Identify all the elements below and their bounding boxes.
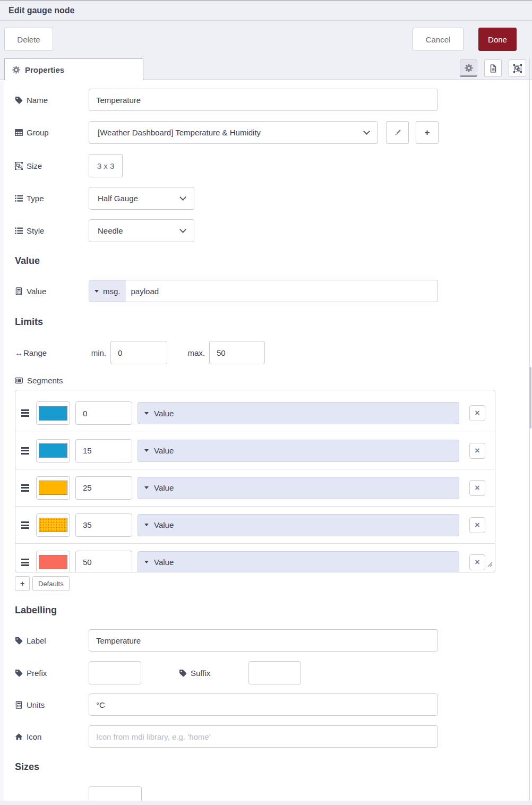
- value-input-text[interactable]: payload: [126, 280, 437, 302]
- add-group-button[interactable]: +: [416, 121, 439, 144]
- remove-segment-button[interactable]: ×: [469, 517, 485, 533]
- label-input[interactable]: [89, 629, 438, 652]
- type-select-value: Half Gauge: [98, 194, 181, 203]
- home-icon: [15, 733, 23, 741]
- appearance-icon: [513, 64, 522, 73]
- resize-handle[interactable]: [485, 560, 493, 569]
- range-max-label: max.: [185, 348, 205, 357]
- remove-segment-button[interactable]: ×: [469, 443, 485, 459]
- scrollbar-thumb[interactable]: [529, 367, 531, 429]
- segment-value-input[interactable]: [75, 476, 132, 500]
- typed-input-type-select[interactable]: msg.: [89, 280, 126, 302]
- segments-editor: Value × Value ×: [15, 390, 495, 572]
- name-label: Name: [15, 96, 89, 105]
- defaults-button[interactable]: Defaults: [32, 576, 70, 591]
- edit-group-button[interactable]: [386, 121, 409, 144]
- group-select[interactable]: [Weather Dashboard] Temperature & Humidi…: [89, 121, 378, 144]
- segment-type-select[interactable]: Value: [138, 402, 459, 424]
- tab-properties[interactable]: Properties: [4, 58, 143, 80]
- tray-bottom-edge: [0, 801, 532, 805]
- value-typed-input[interactable]: msg. payload: [89, 280, 438, 302]
- remove-segment-button[interactable]: ×: [469, 405, 485, 421]
- type-row: Type Half Gauge: [15, 187, 532, 210]
- pencil-icon: [393, 129, 402, 137]
- caret-down-icon: [144, 486, 149, 489]
- sizes-section-heading: Sizes: [15, 761, 532, 773]
- description-tool-button[interactable]: [484, 59, 502, 77]
- range-max-input[interactable]: [209, 341, 265, 364]
- cancel-button[interactable]: Cancel: [413, 28, 464, 51]
- units-label: Units: [15, 700, 89, 709]
- type-select[interactable]: Half Gauge: [89, 187, 194, 210]
- units-input[interactable]: [89, 693, 438, 716]
- range-min-input[interactable]: [110, 341, 167, 364]
- value-label: Value: [15, 287, 89, 296]
- style-label: Style: [15, 226, 89, 235]
- drag-handle-icon[interactable]: [21, 409, 29, 417]
- segment-color-button[interactable]: [36, 439, 70, 463]
- segment-color-button[interactable]: [36, 513, 70, 537]
- range-label: ↔ Range: [15, 348, 89, 357]
- limits-section-heading: Limits: [15, 316, 532, 328]
- tab-properties-label: Properties: [25, 65, 64, 74]
- segment-color-swatch: [39, 406, 67, 421]
- size-label: Size: [15, 161, 89, 170]
- segment-value-input[interactable]: [75, 513, 132, 537]
- segment-color-button[interactable]: [36, 551, 70, 573]
- suffix-input[interactable]: [248, 661, 301, 684]
- icon-input[interactable]: [89, 725, 438, 748]
- caret-down-icon: [144, 449, 149, 452]
- drag-handle-icon[interactable]: [21, 484, 29, 492]
- tag-icon: [179, 669, 187, 677]
- size-button[interactable]: 3 x 3: [89, 154, 123, 177]
- segment-color-swatch: [39, 555, 67, 569]
- remove-segment-button[interactable]: ×: [469, 554, 485, 570]
- list-icon: [15, 227, 23, 235]
- segment-color-button[interactable]: [36, 476, 70, 500]
- segment-type-select[interactable]: Value: [138, 514, 459, 536]
- remove-segment-button[interactable]: ×: [469, 480, 485, 496]
- object-group-icon: [15, 162, 23, 170]
- group-label: Group: [15, 128, 89, 137]
- dialog-header: Edit gauge node: [0, 1, 532, 21]
- calculator-icon: [15, 287, 23, 295]
- segment-row: Value ×: [15, 543, 495, 572]
- segments-actions: + Defaults: [15, 576, 532, 591]
- scrollbar-track: [529, 58, 530, 805]
- drag-handle-icon[interactable]: [21, 447, 29, 455]
- add-segment-button[interactable]: +: [15, 576, 30, 591]
- properties-tool-button[interactable]: [460, 59, 477, 77]
- done-button[interactable]: Done: [478, 28, 517, 51]
- prefix-input[interactable]: [89, 661, 141, 684]
- segment-value-input[interactable]: [75, 401, 132, 425]
- group-row: Group [Weather Dashboard] Temperature & …: [15, 121, 532, 144]
- delete-button[interactable]: Delete: [4, 28, 53, 51]
- typed-input-type-label: msg.: [103, 287, 121, 296]
- labelling-section-heading: Labelling: [15, 605, 532, 616]
- caret-down-icon: [144, 524, 149, 526]
- segment-type-label: Value: [154, 558, 174, 567]
- segment-type-select[interactable]: Value: [138, 440, 459, 462]
- style-select[interactable]: Needle: [89, 219, 194, 242]
- segment-color-swatch: [39, 443, 67, 458]
- prefix-label: Prefix: [15, 669, 89, 678]
- segment-type-select[interactable]: Value: [138, 477, 459, 499]
- range-row: ↔ Range min. max.: [15, 341, 532, 364]
- segment-value-input[interactable]: [75, 439, 132, 463]
- appearance-tool-button[interactable]: [509, 59, 526, 77]
- name-input[interactable]: [89, 89, 438, 111]
- drag-handle-icon[interactable]: [21, 559, 29, 566]
- list-icon: [15, 194, 23, 202]
- range-min-label: min.: [89, 348, 106, 357]
- tray-left-edge: [0, 81, 4, 801]
- segment-row: Value ×: [15, 506, 495, 543]
- drag-handle-icon[interactable]: [21, 521, 29, 529]
- segment-type-select[interactable]: Value: [138, 551, 459, 573]
- gear-icon: [12, 66, 20, 74]
- style-select-value: Needle: [98, 226, 181, 235]
- tab-toolbar: [460, 59, 526, 77]
- segment-color-button[interactable]: [36, 401, 70, 425]
- segment-row: Value ×: [15, 469, 495, 506]
- group-select-value: [Weather Dashboard] Temperature & Humidi…: [98, 128, 364, 137]
- segment-value-input[interactable]: [75, 551, 132, 573]
